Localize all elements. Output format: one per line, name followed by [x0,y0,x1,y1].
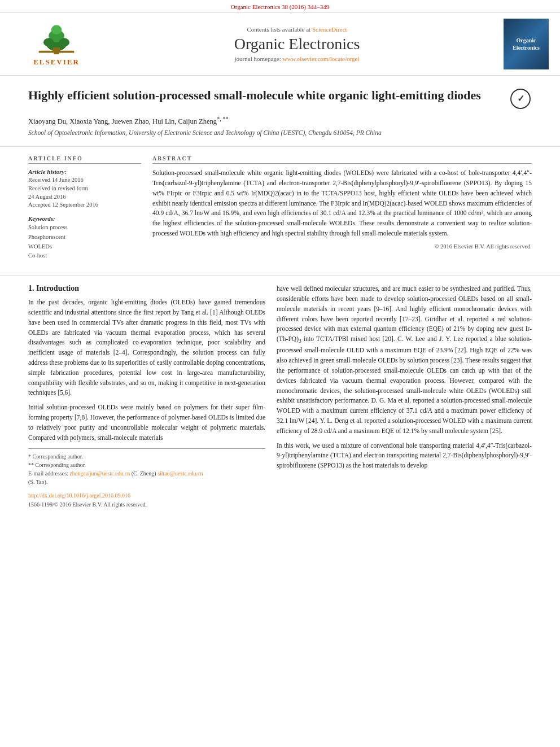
email1-name: (C. Zheng) [132,470,156,477]
article-title-row: Highly efficient solution-processed smal… [28,88,532,110]
article-info-heading: ARTICLE INFO [28,155,141,164]
doi-section: http://dx.doi.org/10.1016/j.orgel.2016.0… [28,491,265,509]
keywords-label: Keywords: [28,215,141,222]
abstract-text: Solution-processed small-molecule white … [152,168,532,239]
svg-point-6 [59,38,69,47]
journal-title-area: Contents lists available at ScienceDirec… [102,26,492,62]
svg-point-5 [43,38,54,47]
main-body: 1. Introduction In the past decades, org… [0,276,560,517]
footnote-email: E-mail addresses: zhengcaijun@uestc.edu.… [28,469,265,478]
author-names: Xiaoyang Du, Xiaoxia Yang, Juewen Zhao, … [28,117,217,125]
elsevier-logo: ELSEVIER [11,21,102,67]
email-label: E-mail addresses: [28,470,69,477]
article-info-panel: ARTICLE INFO Article history: Received 1… [28,155,141,267]
right-para1: have well defined molecular structures, … [277,284,532,436]
keywords-list: Solution process Phosphorescent WOLEDs C… [28,223,141,261]
publisher-logo: ELSEVIER [11,21,102,67]
homepage-link[interactable]: www.elsevier.com/locate/orgel [282,55,359,62]
footnote-corresponding2: ** Corresponding author. [28,461,265,469]
intro-para2: Initial solution-processed OLEDs were ma… [28,403,265,443]
authors-list: Xiaoyang Du, Xiaoxia Yang, Juewen Zhao, … [28,116,532,126]
article-history: Article history: Received 14 June 2016 R… [28,168,141,209]
journal-cover-image: OrganicElectronics [504,19,549,69]
right-para2: In this work, we used a mixture of conve… [277,441,532,471]
copyright-notice: © 2016 Elsevier B.V. All rights reserved… [152,243,532,250]
history-label: Article history: [28,168,141,175]
elsevier-tree-icon [37,21,76,55]
crossmark-icon: ✓ [510,89,531,109]
cover-journal-title: OrganicElectronics [513,37,540,51]
received-date: Received 14 June 2016 [28,176,141,185]
intro-para1: In the past decades, organic light-emitt… [28,298,265,398]
sciencedirect-link-area: Contents lists available at ScienceDirec… [102,26,492,33]
keywords-block: Keywords: Solution process Phosphorescen… [28,215,141,261]
journal-citation: Organic Electronics 38 (2016) 344–349 [0,0,560,13]
affiliation-text: School of Optoelectronic Information, Un… [28,129,532,136]
abstract-heading: ABSTRACT [152,155,532,164]
introduction-heading: 1. Introduction [28,284,265,293]
received-revised-date: Received in revised form24 August 2016 [28,185,141,201]
homepage-area: journal homepage: www.elsevier.com/locat… [102,55,492,62]
email2-name: (S. Tao). [28,478,265,486]
article-info-abstract: ARTICLE INFO Article history: Received 1… [0,147,560,276]
article-header: Highly efficient solution-processed smal… [0,76,560,147]
citation-text: Organic Electronics 38 (2016) 344–349 [231,3,330,10]
journal-cover-area: OrganicElectronics [492,19,549,69]
footnotes: * Corresponding author. ** Corresponding… [28,448,265,486]
issn-text: 1566-1199/© 2016 Elsevier B.V. All right… [28,501,147,508]
email2-link[interactable]: siltao@uestc.edu.cn [158,470,203,477]
right-column: have well defined molecular structures, … [277,284,532,509]
elsevier-name: ELSEVIER [33,58,80,67]
sciencedirect-prefix: Contents lists available at [247,26,312,33]
svg-rect-7 [39,51,75,53]
article-title-text: Highly efficient solution-processed smal… [28,88,509,104]
abstract-panel: ABSTRACT Solution-processed small-molecu… [152,155,532,267]
journal-header: ELSEVIER Contents lists available at Sci… [0,13,560,76]
sciencedirect-link[interactable]: ScienceDirect [312,26,347,33]
homepage-prefix: journal homepage: [235,55,283,62]
footnote-corresponding1: * Corresponding author. [28,452,265,461]
left-column: 1. Introduction In the past decades, org… [28,284,265,509]
svg-point-3 [51,25,62,34]
crossmark-badge: ✓ [509,88,532,110]
doi-link[interactable]: http://dx.doi.org/10.1016/j.orgel.2016.0… [28,492,130,499]
journal-name: Organic Electronics [102,35,492,53]
email1-link[interactable]: zhengcaijun@uestc.edu.cn [69,470,130,477]
accepted-date: Accepted 12 September 2016 [28,201,141,209]
